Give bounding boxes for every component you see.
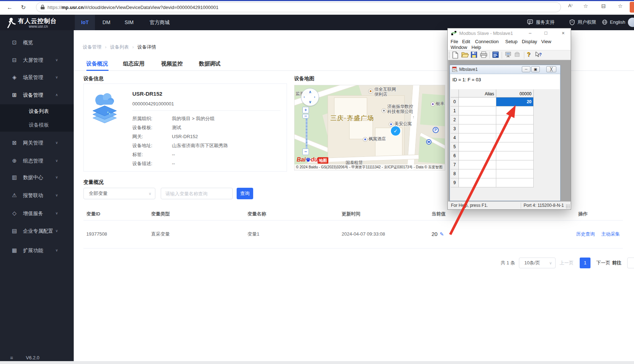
grid-value-cell-selected[interactable]: 20 (496, 97, 534, 106)
zoom-in-button[interactable]: + (302, 107, 309, 113)
modbus-titlebar[interactable]: Modbus Slave - Mbslave1 – □ × (448, 28, 571, 38)
grid-alias-cell[interactable] (459, 124, 496, 133)
grid-value-cell[interactable] (496, 169, 534, 178)
grid-row-num[interactable]: 3 (451, 124, 459, 133)
grid-row-num[interactable]: 1 (451, 106, 459, 115)
refresh-icon[interactable]: ↻ (19, 3, 28, 12)
menu-setup[interactable]: Setup (505, 39, 517, 44)
pan-right-icon[interactable]: › (314, 95, 315, 99)
sidebar-item-device-template[interactable]: 设备模板 (0, 118, 74, 132)
grid-value-cell[interactable] (496, 115, 534, 124)
print-icon[interactable] (480, 51, 488, 59)
read-aloud-icon[interactable]: A⁾ (568, 3, 573, 12)
grid-alias-cell[interactable] (459, 97, 496, 106)
address-bar[interactable]: https://mp.usr.cn/#/cloud/device/ViewDev… (36, 2, 561, 12)
breadcrumb-device-list[interactable]: 设备列表 (110, 44, 129, 50)
close-button[interactable]: × (557, 28, 569, 38)
minimize-button[interactable]: – (524, 28, 536, 38)
child-minimize-button[interactable]: ─ (522, 66, 530, 72)
pan-up-icon[interactable]: ∧ (309, 90, 312, 94)
split-screen-icon[interactable]: ⊟ (601, 3, 606, 12)
menu-edit[interactable]: Edit (462, 39, 470, 44)
tab-config-app[interactable]: 组态应用 (123, 60, 145, 67)
grid-row-num[interactable]: 5 (451, 142, 459, 151)
nav-tab-sim[interactable]: SIM (120, 14, 138, 30)
prev-page-button[interactable]: 上一页 (560, 258, 574, 268)
sidebar-item-config-mgmt[interactable]: ⊕ 组态管理 ∨ (0, 154, 74, 168)
grid-value-cell[interactable] (496, 178, 534, 187)
page-size-select[interactable]: 10条/页 ∨ (519, 258, 556, 268)
grid-alias-cell[interactable] (459, 115, 496, 124)
grid-alias-cell[interactable] (459, 106, 496, 115)
sidebar-item-enterprise-config[interactable]: ▤ 企业专属配置 ∨ (0, 224, 74, 238)
tab-data-debug[interactable]: 数据调试 (199, 60, 220, 67)
sidebar-item-overview[interactable]: ⊡ 概览 (0, 35, 74, 50)
variable-search-input[interactable] (161, 188, 233, 199)
grid-alias-cell[interactable] (459, 133, 496, 142)
grid-value-cell[interactable] (496, 133, 534, 142)
new-file-icon[interactable] (452, 51, 460, 59)
resize-grip[interactable] (566, 204, 570, 209)
grid-row-num[interactable]: 6 (451, 151, 459, 160)
grid-row-num[interactable]: 7 (451, 160, 459, 169)
grid-alias-cell[interactable] (459, 142, 496, 151)
baidu-map[interactable]: ↑ 监测中心 倍全互联网便利店 济南振华数控科技有限公司 三庆·齐盛广场 美安公… (294, 85, 445, 170)
favorite-star-icon[interactable]: ☆ (583, 3, 588, 12)
history-query-link[interactable]: 历史查询 (576, 231, 595, 237)
zoom-slider-track[interactable] (306, 117, 307, 149)
breadcrumb-device-mgmt[interactable]: 设备管理 (83, 44, 101, 50)
tab-device-overview[interactable]: 设备概况 (86, 60, 108, 67)
child-restore-button[interactable]: ▣ (531, 66, 540, 72)
child-close-button[interactable]: ╳ (546, 66, 556, 72)
grid-value-cell[interactable] (496, 142, 534, 151)
sidebar-item-data-center[interactable]: ▥ 数据中心 ∨ (0, 170, 74, 185)
sidebar-item-extensions[interactable]: ▦ 扩展功能 ∨ (0, 243, 74, 258)
nav-tab-dm[interactable]: DM (99, 14, 114, 30)
grid-alias-cell[interactable] (459, 169, 496, 178)
device-location-marker[interactable]: ✓ (391, 126, 400, 136)
sidebar-item-scene-mgmt[interactable]: ◈ 场景管理 ∨ (0, 70, 74, 85)
sidebar-item-device-mgmt[interactable]: ⊞ 设备管理 ∧ (0, 88, 74, 102)
grid-row-num[interactable]: 2 (451, 115, 459, 124)
nav-tab-iot[interactable]: IoT (75, 14, 95, 30)
page-number-1[interactable]: 1 (580, 258, 590, 268)
grid-row-num[interactable]: 0 (451, 97, 459, 106)
pan-down-icon[interactable]: ∨ (309, 100, 312, 104)
pan-left-icon[interactable]: ‹ (304, 95, 305, 99)
grid-alias-cell[interactable] (459, 178, 496, 187)
grid-row-num[interactable]: 9 (451, 178, 459, 187)
zoom-out-button[interactable]: − (302, 149, 309, 155)
next-page-button[interactable]: 下一页 (596, 258, 610, 268)
query-button[interactable]: 查询 (237, 188, 253, 199)
modbus-slave-window[interactable]: Modbus Slave - Mbslave1 – □ × File Edit … (447, 28, 571, 210)
sidebar-item-alarm-linkage[interactable]: ⚠ 报警联动 ∨ (0, 188, 74, 203)
collections-icon[interactable]: ☆ (618, 3, 622, 12)
edit-pencil-icon[interactable]: ✎ (440, 231, 444, 237)
grid-alias-cell[interactable] (459, 160, 496, 169)
open-file-icon[interactable] (461, 51, 469, 59)
menu-connection[interactable]: Connection (475, 39, 499, 44)
back-icon[interactable]: ← (5, 3, 14, 12)
grid-row-num[interactable]: 4 (451, 133, 459, 142)
grid-value-cell[interactable] (496, 124, 534, 133)
child-titlebar[interactable]: Mbslave1 ─ ▣ ╳ (450, 65, 560, 74)
menu-view[interactable]: View (541, 39, 551, 44)
menu-window[interactable]: Window (451, 45, 467, 50)
sidebar-item-screen-mgmt[interactable]: ⊟ 大屏管理 ∨ (0, 53, 74, 67)
avatar[interactable] (628, 18, 634, 27)
browser-corner-widget[interactable] (630, 2, 634, 13)
variable-type-select[interactable]: 全部变量 ∨ (83, 188, 155, 199)
active-collect-link[interactable]: 主动采集 (601, 231, 620, 237)
goto-page-input[interactable] (627, 258, 634, 268)
map-pan-control[interactable]: ∧ ∨ ‹ › (301, 88, 319, 106)
menu-display[interactable]: Display (522, 39, 537, 44)
menu-help[interactable]: Help (471, 45, 481, 50)
tab-video-monitor[interactable]: 视频监控 (161, 60, 183, 67)
menu-file[interactable]: File (451, 39, 458, 44)
sidebar-item-device-list[interactable]: 设备列表 (0, 104, 74, 118)
zoom-slider-handle[interactable]: − (302, 114, 309, 118)
help-icon[interactable]: ? (527, 51, 533, 59)
sidebar-item-value-added[interactable]: ◇ 增值服务 ∨ (0, 206, 74, 220)
maximize-button[interactable]: □ (540, 28, 552, 38)
grid-value-cell[interactable] (496, 160, 534, 169)
